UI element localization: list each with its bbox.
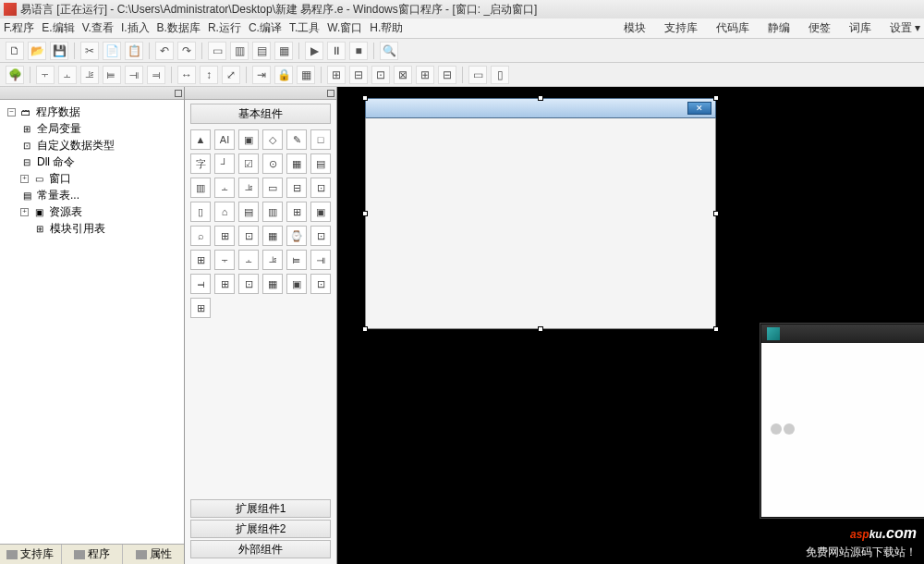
grid-button[interactable]: ▦ [297, 66, 315, 84]
component-item-14[interactable]: ⫡ [238, 178, 259, 198]
comp-tab-external[interactable]: 外部组件 [190, 540, 331, 558]
comp-tab-ext1[interactable]: 扩展组件1 [190, 499, 331, 518]
tree-node-globals[interactable]: ⊞全局变量 [4, 120, 180, 137]
tab-props[interactable]: 属性 [123, 545, 184, 564]
component-item-42[interactable]: ⊞ [190, 298, 211, 318]
component-item-35[interactable]: ⫣ [310, 250, 331, 270]
collapse-icon[interactable]: − [7, 108, 16, 116]
al4-button[interactable]: ⫢ [103, 66, 121, 84]
component-item-26[interactable]: ⊡ [238, 226, 259, 246]
component-item-20[interactable]: ▤ [238, 202, 259, 222]
resize-handle-e[interactable] [713, 211, 719, 216]
undo-button[interactable]: ↶ [155, 42, 174, 60]
redo-button[interactable]: ↷ [177, 42, 196, 60]
sz1-button[interactable]: ↔ [177, 66, 196, 84]
component-item-13[interactable]: ⫠ [214, 178, 235, 198]
component-item-30[interactable]: ⊞ [190, 250, 211, 270]
component-item-31[interactable]: ⫟ [214, 250, 235, 270]
menu-run[interactable]: R.运行 [208, 20, 241, 36]
rmenu-support[interactable]: 支持库 [664, 20, 698, 36]
open-button[interactable]: 📂 [28, 42, 46, 60]
component-item-11[interactable]: ▤ [310, 153, 331, 174]
resize-handle-n[interactable] [538, 95, 543, 101]
pause-button[interactable]: ⏸ [327, 42, 346, 60]
component-item-33[interactable]: ⫡ [262, 250, 283, 270]
menu-view[interactable]: V.查看 [82, 20, 114, 36]
component-item-7[interactable]: ┘ [214, 153, 235, 174]
tree-node-moduleref[interactable]: ⊞模块引用表 [4, 220, 180, 237]
menu-window[interactable]: W.窗口 [327, 20, 362, 36]
tree-node-const[interactable]: ▤常量表... [4, 187, 180, 203]
design-canvas[interactable]: ✕ X aspku.com 免费网站源码下载站！ [337, 87, 924, 564]
rmenu-note[interactable]: 便签 [808, 20, 831, 36]
component-item-2[interactable]: ▣ [238, 129, 259, 150]
project-tree[interactable]: −🗃程序数据 ⊞全局变量 ⊡自定义数据类型 ⊟Dll 命令 +▭窗口 ▤常量表.… [0, 100, 184, 544]
tree-node-types[interactable]: ⊡自定义数据类型 [4, 137, 180, 153]
rmenu-module[interactable]: 模块 [624, 20, 646, 36]
runtime-popup-titlebar[interactable]: X [761, 325, 924, 343]
component-item-19[interactable]: ⌂ [214, 202, 235, 222]
design-window-body[interactable] [365, 118, 716, 329]
sz3-button[interactable]: ⤢ [222, 66, 240, 84]
resize-handle-sw[interactable] [362, 326, 368, 332]
component-item-18[interactable]: ▯ [190, 202, 211, 222]
menu-database[interactable]: B.数据库 [157, 20, 201, 36]
design-window[interactable]: ✕ [365, 98, 716, 329]
component-item-22[interactable]: ⊞ [286, 202, 307, 222]
paste-button[interactable]: 📋 [125, 42, 143, 60]
al5-button[interactable]: ⫣ [125, 66, 143, 84]
run-button[interactable]: ▶ [305, 42, 323, 60]
component-item-0[interactable]: ▲ [190, 129, 211, 150]
expand-icon[interactable]: + [20, 208, 29, 216]
component-item-29[interactable]: ⊡ [310, 226, 331, 246]
component-item-16[interactable]: ⊟ [286, 178, 307, 198]
tree-node-resource[interactable]: +▣资源表 [4, 203, 180, 220]
component-item-8[interactable]: ☑ [238, 153, 259, 174]
component-item-41[interactable]: ⊡ [310, 274, 331, 294]
c2-button[interactable]: ⊟ [349, 66, 368, 84]
component-item-10[interactable]: ▦ [286, 153, 307, 174]
layout1-button[interactable]: ▭ [208, 42, 226, 60]
save-button[interactable]: 💾 [50, 42, 68, 60]
tab-button[interactable]: ⇥ [252, 66, 271, 84]
rmenu-static[interactable]: 静编 [768, 20, 790, 36]
tree-button[interactable]: 🌳 [6, 66, 24, 84]
component-item-28[interactable]: ⌚ [286, 226, 307, 246]
component-item-23[interactable]: ▣ [310, 202, 331, 222]
menu-edit[interactable]: E.编辑 [42, 20, 74, 36]
component-item-15[interactable]: ▭ [262, 178, 283, 198]
component-header[interactable]: 基本组件 [190, 104, 331, 124]
rmenu-dict[interactable]: 词库 [849, 20, 871, 36]
component-item-9[interactable]: ⊙ [262, 153, 283, 174]
resize-handle-ne[interactable] [713, 95, 719, 101]
component-item-39[interactable]: ▦ [262, 274, 283, 294]
component-item-38[interactable]: ⊡ [238, 274, 259, 294]
menu-program[interactable]: F.程序 [4, 20, 34, 36]
component-item-24[interactable]: ⌕ [190, 226, 211, 246]
find-button[interactable]: 🔍 [380, 42, 398, 60]
component-item-6[interactable]: 字 [190, 153, 211, 174]
cut-button[interactable]: ✂ [80, 42, 99, 60]
expand-icon[interactable]: + [20, 175, 29, 183]
tab-support[interactable]: 支持库 [0, 545, 62, 564]
tree-node-window[interactable]: +▭窗口 [4, 170, 180, 187]
new-button[interactable]: 🗋 [6, 42, 24, 60]
tree-node-dll[interactable]: ⊟Dll 命令 [4, 153, 180, 170]
rmenu-settings[interactable]: 设置 ▾ [890, 20, 920, 36]
component-item-27[interactable]: ▦ [262, 226, 283, 246]
m2-button[interactable]: ▯ [491, 66, 509, 84]
design-window-close-button[interactable]: ✕ [687, 102, 711, 115]
component-item-17[interactable]: ⊡ [310, 178, 331, 198]
component-item-5[interactable]: □ [310, 129, 331, 150]
resize-handle-s[interactable] [538, 326, 543, 332]
component-item-4[interactable]: ✎ [286, 129, 307, 150]
comp-tab-ext2[interactable]: 扩展组件2 [190, 520, 331, 538]
tab-program[interactable]: 程序 [62, 545, 124, 564]
m1-button[interactable]: ▭ [468, 66, 487, 84]
component-item-21[interactable]: ▥ [262, 202, 283, 222]
layout2-button[interactable]: ▥ [230, 42, 249, 60]
sz2-button[interactable]: ↕ [200, 66, 218, 84]
component-item-1[interactable]: AI [214, 129, 235, 150]
component-item-40[interactable]: ▣ [286, 274, 307, 294]
copy-button[interactable]: 📄 [103, 42, 121, 60]
